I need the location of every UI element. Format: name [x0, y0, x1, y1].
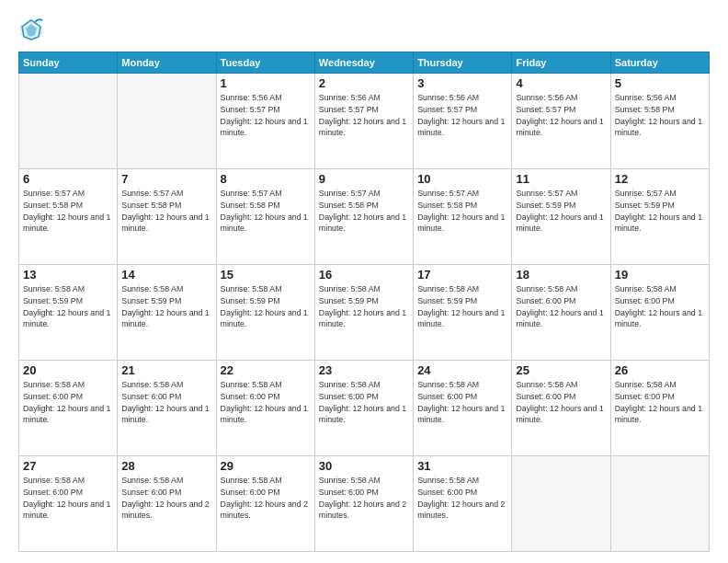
day-number: 11 — [516, 172, 606, 186]
day-number: 24 — [417, 363, 507, 377]
day-number: 10 — [417, 172, 507, 186]
day-info: Sunrise: 5:58 AM Sunset: 6:00 PM Dayligh… — [221, 379, 311, 426]
calendar-cell — [118, 74, 216, 169]
day-info: Sunrise: 5:57 AM Sunset: 5:59 PM Dayligh… — [516, 188, 606, 235]
day-number: 13 — [23, 268, 113, 282]
logo-icon — [18, 17, 44, 42]
day-number: 14 — [121, 268, 211, 282]
day-number: 17 — [417, 268, 507, 282]
calendar-cell: 25Sunrise: 5:58 AM Sunset: 6:00 PM Dayli… — [512, 361, 610, 456]
day-number: 30 — [319, 459, 409, 473]
day-number: 23 — [319, 363, 409, 377]
day-info: Sunrise: 5:56 AM Sunset: 5:58 PM Dayligh… — [615, 92, 705, 139]
calendar-cell: 30Sunrise: 5:58 AM Sunset: 6:00 PM Dayli… — [314, 456, 413, 552]
day-info: Sunrise: 5:58 AM Sunset: 6:00 PM Dayligh… — [221, 475, 311, 522]
day-info: Sunrise: 5:58 AM Sunset: 6:00 PM Dayligh… — [417, 379, 507, 426]
day-number: 19 — [615, 268, 705, 282]
day-info: Sunrise: 5:57 AM Sunset: 5:59 PM Dayligh… — [615, 188, 705, 235]
weekday-header-wednesday: Wednesday — [314, 52, 413, 74]
calendar-cell — [19, 74, 118, 169]
calendar-cell: 5Sunrise: 5:56 AM Sunset: 5:58 PM Daylig… — [610, 74, 709, 169]
day-info: Sunrise: 5:57 AM Sunset: 5:58 PM Dayligh… — [417, 188, 507, 235]
day-info: Sunrise: 5:58 AM Sunset: 6:00 PM Dayligh… — [516, 283, 606, 330]
day-number: 5 — [615, 76, 705, 90]
day-number: 7 — [121, 172, 211, 186]
calendar-cell: 9Sunrise: 5:57 AM Sunset: 5:58 PM Daylig… — [314, 169, 413, 265]
day-number: 15 — [221, 268, 311, 282]
day-info: Sunrise: 5:58 AM Sunset: 6:00 PM Dayligh… — [417, 475, 507, 522]
day-info: Sunrise: 5:58 AM Sunset: 6:00 PM Dayligh… — [121, 379, 211, 426]
calendar-cell: 8Sunrise: 5:57 AM Sunset: 5:58 PM Daylig… — [216, 169, 314, 265]
day-number: 28 — [121, 459, 211, 473]
weekday-header-thursday: Thursday — [414, 52, 512, 74]
day-info: Sunrise: 5:58 AM Sunset: 6:00 PM Dayligh… — [615, 283, 705, 330]
calendar-cell: 19Sunrise: 5:58 AM Sunset: 6:00 PM Dayli… — [610, 265, 709, 361]
calendar-cell: 10Sunrise: 5:57 AM Sunset: 5:58 PM Dayli… — [414, 169, 512, 265]
day-info: Sunrise: 5:58 AM Sunset: 5:59 PM Dayligh… — [23, 283, 113, 330]
calendar-cell: 29Sunrise: 5:58 AM Sunset: 6:00 PM Dayli… — [216, 456, 314, 552]
day-number: 21 — [121, 363, 211, 377]
calendar-cell: 27Sunrise: 5:58 AM Sunset: 6:00 PM Dayli… — [19, 456, 118, 552]
day-info: Sunrise: 5:57 AM Sunset: 5:58 PM Dayligh… — [23, 188, 113, 235]
weekday-header-monday: Monday — [118, 52, 216, 74]
day-info: Sunrise: 5:58 AM Sunset: 6:00 PM Dayligh… — [23, 475, 113, 522]
calendar-cell: 7Sunrise: 5:57 AM Sunset: 5:58 PM Daylig… — [118, 169, 216, 265]
calendar-cell: 18Sunrise: 5:58 AM Sunset: 6:00 PM Dayli… — [512, 265, 610, 361]
weekday-header-sunday: Sunday — [19, 52, 118, 74]
calendar-cell: 20Sunrise: 5:58 AM Sunset: 6:00 PM Dayli… — [19, 361, 118, 456]
calendar-cell: 15Sunrise: 5:58 AM Sunset: 5:59 PM Dayli… — [216, 265, 314, 361]
calendar-cell — [512, 456, 610, 552]
calendar-week-row: 27Sunrise: 5:58 AM Sunset: 6:00 PM Dayli… — [19, 456, 710, 552]
day-number: 6 — [23, 172, 113, 186]
day-info: Sunrise: 5:58 AM Sunset: 5:59 PM Dayligh… — [417, 283, 507, 330]
day-number: 2 — [319, 76, 409, 90]
calendar-cell: 2Sunrise: 5:56 AM Sunset: 5:57 PM Daylig… — [314, 74, 413, 169]
weekday-header-row: SundayMondayTuesdayWednesdayThursdayFrid… — [19, 52, 710, 74]
calendar-cell: 13Sunrise: 5:58 AM Sunset: 5:59 PM Dayli… — [19, 265, 118, 361]
day-info: Sunrise: 5:58 AM Sunset: 5:59 PM Dayligh… — [221, 283, 311, 330]
day-info: Sunrise: 5:58 AM Sunset: 5:59 PM Dayligh… — [319, 283, 409, 330]
day-number: 31 — [417, 459, 507, 473]
day-number: 18 — [516, 268, 606, 282]
calendar-cell: 17Sunrise: 5:58 AM Sunset: 5:59 PM Dayli… — [414, 265, 512, 361]
weekday-header-saturday: Saturday — [610, 52, 709, 74]
calendar-cell: 21Sunrise: 5:58 AM Sunset: 6:00 PM Dayli… — [118, 361, 216, 456]
day-info: Sunrise: 5:56 AM Sunset: 5:57 PM Dayligh… — [221, 92, 311, 139]
calendar-cell: 24Sunrise: 5:58 AM Sunset: 6:00 PM Dayli… — [414, 361, 512, 456]
day-info: Sunrise: 5:58 AM Sunset: 6:00 PM Dayligh… — [23, 379, 113, 426]
calendar-cell: 31Sunrise: 5:58 AM Sunset: 6:00 PM Dayli… — [414, 456, 512, 552]
day-number: 9 — [319, 172, 409, 186]
calendar-table: SundayMondayTuesdayWednesdayThursdayFrid… — [18, 52, 710, 552]
calendar-week-row: 1Sunrise: 5:56 AM Sunset: 5:57 PM Daylig… — [19, 74, 710, 169]
calendar-cell: 28Sunrise: 5:58 AM Sunset: 6:00 PM Dayli… — [118, 456, 216, 552]
day-info: Sunrise: 5:58 AM Sunset: 6:00 PM Dayligh… — [516, 379, 606, 426]
calendar-cell — [610, 456, 709, 552]
page: SundayMondayTuesdayWednesdayThursdayFrid… — [0, 0, 728, 563]
day-info: Sunrise: 5:56 AM Sunset: 5:57 PM Dayligh… — [516, 92, 606, 139]
calendar-cell: 23Sunrise: 5:58 AM Sunset: 6:00 PM Dayli… — [314, 361, 413, 456]
day-info: Sunrise: 5:57 AM Sunset: 5:58 PM Dayligh… — [319, 188, 409, 235]
day-number: 16 — [319, 268, 409, 282]
day-number: 4 — [516, 76, 606, 90]
calendar-cell: 14Sunrise: 5:58 AM Sunset: 5:59 PM Dayli… — [118, 265, 216, 361]
day-info: Sunrise: 5:57 AM Sunset: 5:58 PM Dayligh… — [221, 188, 311, 235]
day-info: Sunrise: 5:58 AM Sunset: 6:00 PM Dayligh… — [121, 475, 211, 522]
day-info: Sunrise: 5:58 AM Sunset: 5:59 PM Dayligh… — [121, 283, 211, 330]
calendar-week-row: 20Sunrise: 5:58 AM Sunset: 6:00 PM Dayli… — [19, 361, 710, 456]
calendar-cell: 22Sunrise: 5:58 AM Sunset: 6:00 PM Dayli… — [216, 361, 314, 456]
day-number: 12 — [615, 172, 705, 186]
calendar-week-row: 6Sunrise: 5:57 AM Sunset: 5:58 PM Daylig… — [19, 169, 710, 265]
day-number: 8 — [221, 172, 311, 186]
weekday-header-tuesday: Tuesday — [216, 52, 314, 74]
calendar-cell: 26Sunrise: 5:58 AM Sunset: 6:00 PM Dayli… — [610, 361, 709, 456]
day-number: 27 — [23, 459, 113, 473]
weekday-header-friday: Friday — [512, 52, 610, 74]
logo — [18, 17, 48, 42]
day-number: 1 — [221, 76, 311, 90]
day-info: Sunrise: 5:58 AM Sunset: 6:00 PM Dayligh… — [319, 475, 409, 522]
day-number: 3 — [417, 76, 507, 90]
day-number: 29 — [221, 459, 311, 473]
day-number: 25 — [516, 363, 606, 377]
day-info: Sunrise: 5:56 AM Sunset: 5:57 PM Dayligh… — [319, 92, 409, 139]
day-info: Sunrise: 5:58 AM Sunset: 6:00 PM Dayligh… — [615, 379, 705, 426]
